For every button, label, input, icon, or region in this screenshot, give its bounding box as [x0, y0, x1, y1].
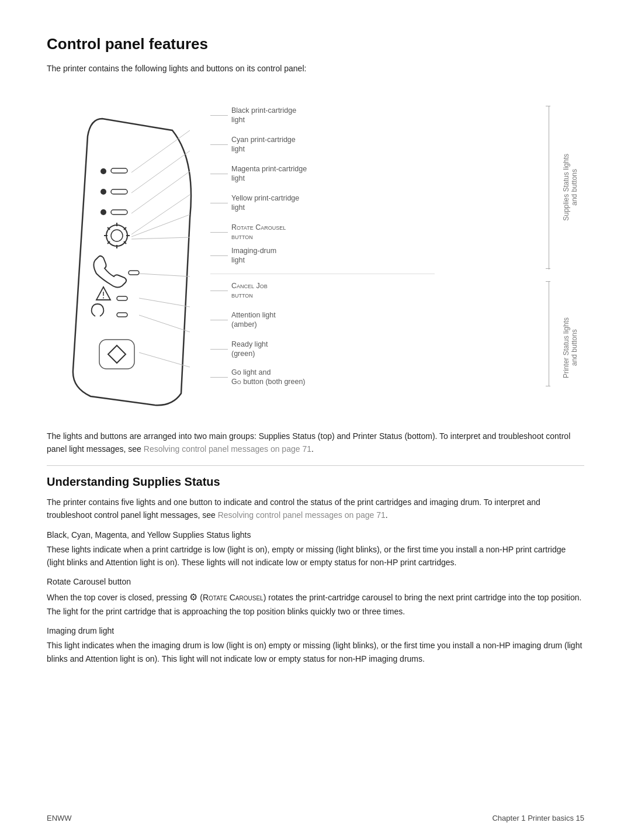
svg-point-4	[100, 209, 106, 215]
subsection1-label: Black, Cyan, Magenta, and Yellow Supplie…	[47, 530, 584, 540]
label-black-cartridge: Black print-cartridgelight	[231, 106, 296, 125]
svg-line-26	[131, 171, 190, 213]
svg-line-27	[131, 195, 190, 234]
label-imaging-drum: Imaging-drumlight	[231, 246, 276, 265]
label-cancel-job: Cancel Jobbutton	[231, 281, 268, 300]
label-yellow-cartridge: Yellow print-cartridgelight	[231, 193, 299, 213]
section2-intro: The printer contains five lights and one…	[47, 496, 584, 522]
label-rotate-carousel: Rotate Carouselbutton	[231, 223, 286, 242]
label-cyan-cartridge: Cyan print-cartridgelight	[231, 135, 296, 154]
svg-line-24	[131, 130, 190, 172]
separator	[47, 465, 584, 466]
body-paragraph-1: The lights and buttons are arranged into…	[47, 430, 584, 456]
printer-illustration	[47, 84, 204, 411]
svg-line-29	[131, 237, 190, 239]
footer-right: Chapter 1 Printer basics 15	[492, 814, 584, 822]
label-magenta-cartridge: Magenta print-cartridgelight	[231, 164, 307, 184]
label-go-light: Go light andGo button (both green)	[231, 368, 306, 387]
page: Control panel features The printer conta…	[0, 0, 631, 707]
svg-rect-3	[111, 189, 127, 194]
svg-line-25	[131, 151, 190, 193]
subsection1-text: These lights indicate when a print cartr…	[47, 543, 584, 569]
footer-left: ENWW	[47, 814, 72, 822]
svg-rect-20	[117, 296, 127, 300]
svg-point-7	[111, 230, 123, 241]
link-resolving-2[interactable]: Resolving control panel messages on page…	[218, 510, 386, 520]
rotate-carousel-small-caps: Rotate Carousel	[203, 593, 264, 602]
subsection3-label: Imaging drum light	[47, 626, 584, 635]
svg-rect-5	[111, 210, 127, 215]
subsection3-text: This light indicates when the imaging dr…	[47, 639, 584, 665]
section2-title: Understanding Supplies Status	[47, 475, 584, 489]
svg-point-6	[106, 225, 127, 246]
svg-marker-23	[108, 345, 126, 363]
svg-line-28	[131, 215, 190, 237]
brace-label-printer: Printer Status lightsand buttons	[562, 317, 578, 378]
page-title: Control panel features	[47, 35, 584, 53]
intro-paragraph: The printer contains the following light…	[47, 64, 584, 73]
svg-point-19	[103, 298, 104, 299]
svg-line-30	[139, 274, 190, 276]
link-resolving-1[interactable]: Resolving control panel messages on page…	[144, 444, 311, 454]
subsection2-label: Rotate Carousel button	[47, 577, 584, 586]
label-attention-light: Attention light(amber)	[231, 310, 276, 330]
rotate-carousel-icon: ⚙	[189, 592, 197, 602]
label-ready-light: Ready light(green)	[231, 340, 268, 359]
svg-line-32	[139, 315, 190, 332]
svg-point-0	[100, 168, 106, 174]
svg-rect-16	[129, 271, 139, 275]
subsection2-text: When the top cover is closed, pressing ⚙…	[47, 590, 584, 618]
svg-line-31	[139, 298, 190, 307]
diagram: Black print-cartridgelight Cyan print-ca…	[47, 84, 584, 411]
footer: ENWW Chapter 1 Printer basics 15	[0, 814, 631, 822]
svg-rect-1	[111, 168, 127, 173]
labels-column: Black print-cartridgelight Cyan print-ca…	[204, 84, 584, 411]
svg-rect-21	[117, 313, 127, 317]
svg-point-2	[100, 189, 106, 195]
svg-rect-22	[99, 340, 134, 369]
brace-label-supplies: Supplies Status lightsand buttons	[562, 154, 578, 221]
